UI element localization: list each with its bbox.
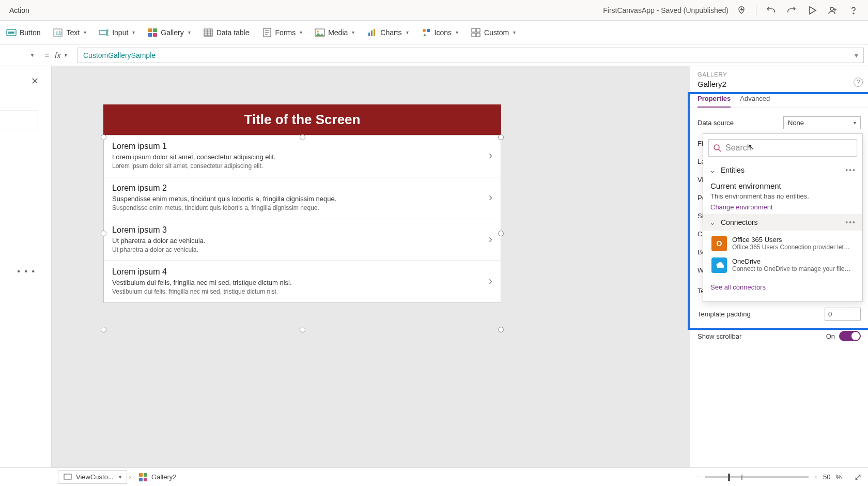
svg-rect-3 [8,32,14,34]
environment-title: Current environment [710,181,855,190]
label: Data table [216,28,250,37]
zoom-out-icon[interactable]: − [696,473,701,481]
see-all-connectors-link[interactable]: See all connectors [703,278,862,296]
tree-search-input[interactable] [0,111,38,129]
label: Charts [380,28,401,37]
zoom-control: − + 50 % ⤢ [696,472,862,483]
insert-icons[interactable]: Icons▾ [421,27,458,38]
svg-rect-6 [99,31,106,35]
chevron-down-icon: ▾ [119,474,121,480]
gallery-control[interactable]: Lorem ipsum 1 Lorem ipsum dolor sit amet… [103,135,501,303]
screen-title-label[interactable]: Title of the Screen [103,104,501,135]
help-icon[interactable]: ? [854,78,863,87]
zoom-in-icon[interactable]: + [814,473,818,481]
label: Icons [435,28,452,37]
connector-name: OneDrive [732,257,851,265]
gallery-row[interactable]: Lorem ipsum 2 Suspendisse enim metus, ti… [104,177,501,219]
svg-rect-22 [472,33,475,37]
zoom-slider[interactable] [705,476,809,478]
label: Input [112,28,128,37]
user-icon[interactable] [827,4,839,17]
expand-formula-icon[interactable]: ▾ [855,51,858,59]
gallery-icon [147,27,158,38]
icons-icon [421,27,431,38]
entities-section-header[interactable]: ⌄ Entities ••• [703,162,862,178]
selection-handle[interactable] [101,231,106,236]
chevron-right-icon[interactable]: › [489,233,492,246]
fit-to-window-icon[interactable]: ⤢ [854,472,862,483]
selection-handle[interactable] [498,327,504,332]
canvas-area[interactable]: Title of the Screen Lorem ipsum 1 Lorem … [52,66,690,467]
selection-handle[interactable] [101,134,106,140]
insert-input[interactable]: Input▾ [99,27,135,38]
chevron-down-icon: ▾ [854,120,856,126]
breadcrumb-screen[interactable]: ViewCusto... ▾ [58,470,127,484]
insert-datatable[interactable]: Data table [203,27,250,38]
play-icon[interactable] [806,4,818,17]
help-icon[interactable] [847,4,860,17]
gallery-row[interactable]: Lorem ipsum 3 Ut pharetra a dolor ac veh… [104,219,501,261]
datatable-icon [203,27,213,38]
row-body: Ut pharetra a dolor ac vehicula. [112,246,489,253]
formula-input[interactable]: CustomGallerySample ▾ [78,48,864,63]
chevron-right-icon[interactable]: › [489,191,492,204]
insert-media[interactable]: Media▾ [315,27,354,38]
tab-properties[interactable]: Properties [698,95,731,108]
redo-icon[interactable] [785,4,798,17]
insert-gallery[interactable]: Gallery▾ [147,27,190,38]
connector-icon: O [711,236,727,251]
change-environment-link[interactable]: Change environment [710,203,855,211]
row-body: Lorem ipsum dolor sit amet, consectetur … [112,162,489,170]
selection-handle[interactable] [300,134,305,140]
chevron-down-icon: ▾ [188,29,191,35]
selection-handle[interactable] [498,134,504,140]
label: Show scrollbar [698,332,741,340]
insert-button[interactable]: Button [6,27,40,38]
placeholder: Search [725,143,752,153]
breadcrumb-control[interactable]: Gallery2 [133,470,182,484]
health-check-icon[interactable] [735,4,748,17]
more-icon[interactable]: ••• [845,218,856,226]
selection-handle[interactable] [300,327,305,332]
connector-item[interactable]: O Office 365 Users Office 365 Users Conn… [705,233,860,254]
svg-rect-28 [139,478,143,481]
gallery-row[interactable]: Lorem ipsum 1 Lorem ipsum dolor sit amet… [104,135,501,177]
chevron-right-icon[interactable]: › [489,149,492,162]
equals-label: = [39,51,55,59]
connector-item[interactable]: OneDrive Connect to OneDrive to manage y… [705,254,860,276]
selection-handle[interactable] [498,231,504,236]
svg-rect-20 [472,28,475,32]
more-icon[interactable]: ••• [845,166,856,174]
more-icon[interactable]: • • • [17,267,36,276]
ribbon-tab-action[interactable]: Action [4,3,35,18]
property-selector[interactable]: ▾ [0,44,39,66]
label: ViewCusto... [76,473,114,481]
divider [756,5,756,16]
row-body: Suspendisse enim metus, tincidunt quis l… [112,204,489,211]
gallery-row[interactable]: Lorem ipsum 4 Vestibulum dui felis, frin… [104,261,501,302]
chevron-right-icon[interactable]: › [489,275,492,288]
button-icon [6,27,17,38]
chevron-down-icon: ▾ [406,29,409,35]
close-icon[interactable]: ✕ [31,75,39,87]
datasource-search-input[interactable]: Search [708,139,857,157]
insert-forms[interactable]: Forms▾ [262,27,303,38]
insert-text[interactable]: ab Text▾ [53,27,86,38]
undo-icon[interactable] [765,4,777,17]
connectors-section-header[interactable]: ⌄ Connectors ••• ↖ [703,214,862,231]
scrollbar-toggle[interactable] [839,331,861,341]
status-bar: ViewCusto... ▾ › Gallery2 − + 50 % ⤢ [0,467,868,486]
template-padding-input[interactable]: 0 [825,308,861,321]
svg-rect-19 [427,29,430,32]
tab-advanced[interactable]: Advanced [740,95,770,108]
control-kind-label: GALLERY [698,71,861,78]
screen-icon [64,473,72,481]
insert-ribbon: Button ab Text▾ Input▾ Gallery▾ Data tab… [0,21,868,44]
row-body: Vestibulum dui felis, fringilla nec mi s… [112,288,489,295]
selection-handle[interactable] [101,327,106,332]
datasource-select[interactable]: None ▾ [783,116,861,129]
svg-rect-25 [64,474,71,479]
fx-label[interactable]: fx▾ [55,51,78,59]
insert-charts[interactable]: Charts▾ [367,27,408,38]
insert-custom[interactable]: Custom▾ [471,27,516,38]
